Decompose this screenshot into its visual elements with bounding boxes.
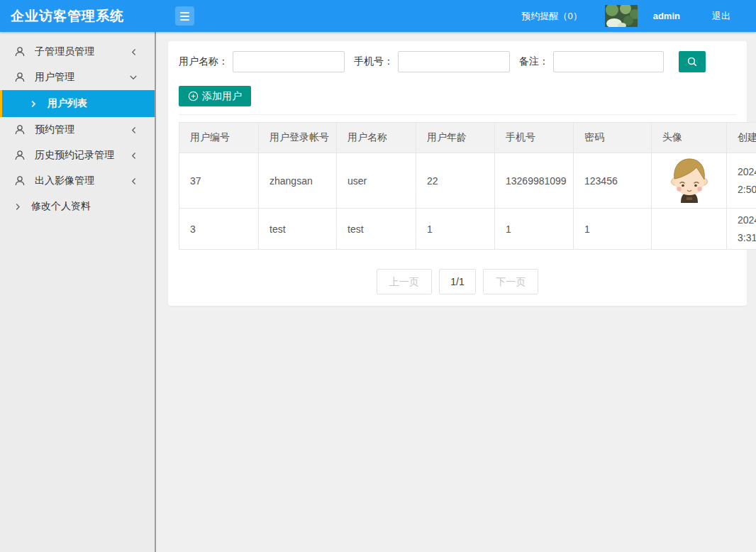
plus-circle-icon	[188, 91, 199, 101]
section-divider	[179, 114, 736, 115]
add-user-button[interactable]: 添加用户	[179, 86, 251, 106]
hamburger-menu-button[interactable]	[175, 6, 194, 26]
logout-button[interactable]: 退出	[712, 10, 730, 23]
sidebar-item-user-management[interactable]: 用户管理	[0, 65, 155, 90]
cell-avatar-empty	[652, 209, 727, 250]
app-root: 企业访客管理系统 预约提醒（0） admin 退出	[0, 0, 756, 552]
search-button[interactable]	[679, 51, 706, 72]
col-header-phone: 手机号	[495, 123, 574, 153]
remark-search-input[interactable]	[553, 51, 664, 72]
app-title: 企业访客管理系统	[0, 7, 124, 26]
sidebar-item-label: 预约管理	[35, 123, 74, 136]
user-icon	[14, 46, 26, 57]
reservation-reminder-link[interactable]: 预约提醒（0）	[521, 10, 582, 23]
search-icon	[686, 56, 698, 67]
username-search-input[interactable]	[233, 51, 345, 72]
user-photo-avatar	[605, 5, 638, 27]
table-header-row: 用户编号 用户登录帐号 用户名称 用户年龄 手机号 密码 头像 创建时间	[179, 123, 756, 153]
cell-user-age: 1	[416, 209, 495, 250]
user-icon	[14, 150, 26, 161]
user-icon	[14, 124, 26, 136]
content-card: 用户名称： 手机号： 备注：	[168, 41, 747, 306]
cell-user-id: 3	[179, 209, 259, 250]
sidebar-item-label: 用户列表	[48, 97, 87, 110]
col-header-password: 密码	[574, 123, 652, 153]
col-header-created-time: 创建时间	[727, 123, 756, 153]
chevron-left-icon	[130, 126, 138, 134]
next-page-button[interactable]: 下一页	[483, 269, 538, 294]
sidebar-item-entry-exit-image-management[interactable]: 出入影像管理	[0, 168, 155, 194]
phone-search-input[interactable]	[398, 51, 510, 72]
chevron-right-icon	[14, 203, 21, 211]
chevron-left-icon	[130, 48, 138, 56]
col-header-avatar: 头像	[652, 123, 727, 153]
current-page-indicator: 1/1	[439, 269, 475, 294]
cell-user-name: user	[337, 153, 416, 209]
user-table-container: 用户编号 用户登录帐号 用户名称 用户年龄 手机号 密码 头像 创建时间	[179, 122, 736, 250]
sidebar-item-sub-admin-management[interactable]: 子管理员管理	[0, 39, 155, 65]
sidebar-item-user-list-active[interactable]: 用户列表	[0, 90, 155, 117]
cell-password: 1	[574, 209, 652, 250]
cell-login-account: zhangsan	[259, 153, 337, 209]
arrow-right-icon	[30, 100, 37, 108]
cartoon-boy-avatar	[670, 156, 708, 203]
sidebar-nav: 子管理员管理 用户管理 用户列表 预约管理 历史预约记录管理	[0, 32, 156, 552]
user-table: 用户编号 用户登录帐号 用户名称 用户年龄 手机号 密码 头像 创建时间	[179, 122, 756, 250]
phone-field-label: 手机号：	[354, 55, 394, 68]
logged-in-username[interactable]: admin	[653, 11, 680, 21]
cell-user-name: test	[337, 209, 416, 250]
add-user-button-label: 添加用户	[202, 90, 242, 103]
cell-login-account: test	[259, 209, 337, 250]
top-header-bar: 企业访客管理系统 预约提醒（0） admin 退出	[0, 0, 756, 32]
col-header-user-name: 用户名称	[337, 123, 416, 153]
table-row: 37 zhangsan user 22 13269981099 123456	[179, 153, 756, 209]
cell-user-id: 37	[179, 153, 259, 209]
remark-field-label: 备注：	[519, 55, 549, 68]
user-icon	[14, 175, 26, 187]
sidebar-item-edit-profile[interactable]: 修改个人资料	[0, 194, 155, 219]
cell-password: 123456	[574, 153, 652, 209]
chevron-down-icon	[129, 74, 138, 81]
table-row: 3 test test 1 1 1 2024 3:31	[179, 209, 756, 250]
sidebar-item-label: 子管理员管理	[35, 45, 94, 58]
chevron-left-icon	[130, 177, 138, 185]
hamburger-menu-icon	[180, 12, 189, 13]
header-right-cluster: 预约提醒（0） admin 退出	[521, 5, 756, 27]
cell-phone: 13269981099	[495, 153, 574, 209]
prev-page-button[interactable]: 上一页	[377, 269, 432, 294]
main-content-area: 用户名称： 手机号： 备注：	[156, 32, 756, 552]
pagination: 上一页 1/1 下一页	[179, 269, 736, 300]
sidebar-item-reservation-management[interactable]: 预约管理	[0, 117, 155, 143]
cell-created-time: 2024 2:50	[727, 153, 756, 209]
user-icon	[14, 72, 26, 83]
search-form: 用户名称： 手机号： 备注：	[179, 51, 736, 72]
col-header-login-account: 用户登录帐号	[259, 123, 337, 153]
cell-avatar	[652, 153, 727, 209]
sidebar-item-label: 修改个人资料	[31, 200, 91, 213]
username-field-label: 用户名称：	[179, 55, 228, 68]
cell-phone: 1	[495, 209, 574, 250]
sidebar-item-history-record-management[interactable]: 历史预约记录管理	[0, 143, 155, 168]
sidebar-item-label: 用户管理	[35, 71, 74, 84]
col-header-user-age: 用户年龄	[416, 123, 495, 153]
chevron-left-icon	[130, 152, 138, 160]
sidebar-item-label: 出入影像管理	[35, 175, 94, 187]
cell-user-age: 22	[416, 153, 495, 209]
sidebar-item-label: 历史预约记录管理	[35, 149, 114, 162]
col-header-user-id: 用户编号	[179, 123, 259, 153]
cell-created-time: 2024 3:31	[727, 209, 756, 250]
